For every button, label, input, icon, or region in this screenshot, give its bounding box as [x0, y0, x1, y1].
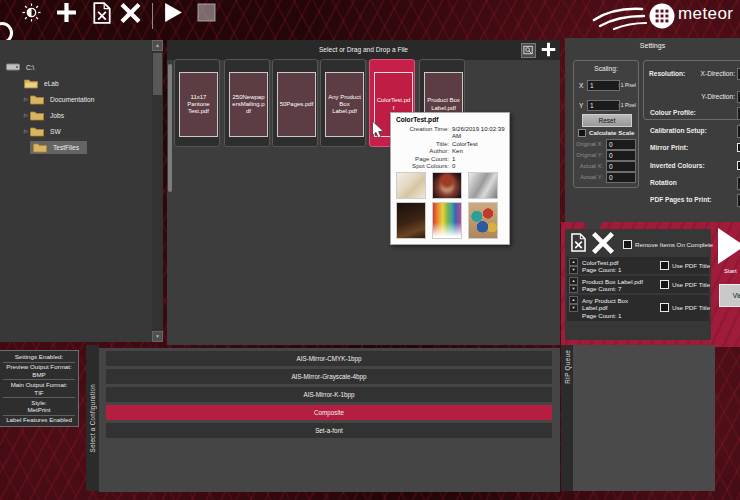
colour-profile-label: Colour Profile:: [650, 109, 696, 116]
configuration-strip-label: Select a Configuration: [89, 384, 96, 453]
view-log-button[interactable]: View Log: [719, 284, 740, 307]
remove-file-icon[interactable]: [93, 2, 111, 24]
folder-icon: [30, 126, 44, 137]
tooltip-row-label: Spot Colours:: [391, 162, 452, 169]
original-y-input[interactable]: 0: [606, 150, 636, 161]
clear-files-icon[interactable]: [120, 3, 141, 23]
spinner-down-icon[interactable]: ▼: [569, 304, 578, 312]
meteor-app-window: meteor ▲ ▼ C:\ eLab ▷ Documentation ▷ Jo…: [0, 0, 740, 500]
tree-item-drive[interactable]: C:\: [0, 60, 156, 74]
spinner-up-icon[interactable]: ▲: [569, 277, 578, 285]
remove-on-complete-label: Remove Items On Complete: [635, 241, 713, 248]
configuration-item[interactable]: AIS-Mirror-CMYK-1bpp: [106, 351, 552, 366]
settings-panel: Settings Scaling: X 1 : 1 Pixel Y 1 : 1 …: [565, 38, 740, 222]
info-row-label: Main Output Format:: [1, 381, 77, 389]
tree-item-sw[interactable]: ▷ SW: [0, 124, 174, 138]
configuration-panel: AIS-Mirror-CMYK-1bpp AIS-Mirror-Grayscal…: [99, 348, 560, 492]
start-play-icon[interactable]: [717, 227, 740, 265]
queue-item-pages: Page Count: 7: [582, 285, 658, 292]
tree-item-jobs[interactable]: ▷ Jobs: [0, 108, 174, 122]
tree-item-documentation[interactable]: ▷ Documentation: [0, 92, 174, 106]
clear-queue-icon[interactable]: [592, 232, 614, 254]
reset-button[interactable]: Reset: [582, 114, 632, 127]
tree-item-elab[interactable]: eLab: [0, 76, 174, 90]
scaling-y-input[interactable]: 1: [587, 100, 620, 111]
rip-queue-panel: [573, 345, 715, 491]
file-panel-scroll-thumb[interactable]: [168, 64, 172, 192]
spinner-down-icon[interactable]: ▼: [569, 285, 578, 293]
use-pdf-title-label: Use PDF Title: [672, 262, 710, 269]
tooltip-row-label: Creation Time:: [391, 125, 452, 140]
divider: [3, 379, 75, 380]
info-row-value: MetPrint: [1, 406, 77, 414]
thumbnail-flowers-photo: [396, 172, 426, 199]
play-icon[interactable]: [163, 2, 184, 23]
configuration-item[interactable]: AIS-Mirror-K-1bpp: [106, 387, 552, 402]
scaling-title: Scaling:: [574, 65, 638, 72]
spinner-up-icon[interactable]: ▲: [569, 258, 578, 266]
configuration-item[interactable]: Set-a-font: [106, 423, 552, 438]
queue-item-name: Product Box Label.pdf: [582, 278, 658, 285]
file-tile[interactable]: Any Product Box Label.pdf: [320, 59, 366, 147]
rip-queue-strip-label: RIP Queue: [564, 350, 571, 384]
remove-file-icon[interactable]: [571, 233, 586, 252]
tree-item-label: SW: [50, 128, 61, 135]
calculate-scale-checkbox[interactable]: [578, 129, 586, 137]
folder-open-icon: [24, 78, 38, 89]
toolbar-divider: [152, 3, 153, 29]
info-title: Settings Enabled:: [1, 353, 77, 361]
settings-title: Settings: [565, 42, 740, 49]
brightness-icon[interactable]: [22, 3, 41, 22]
scaling-x-suffix: : 1 Pixel: [618, 82, 636, 88]
remove-on-complete-checkbox[interactable]: [623, 240, 632, 249]
tooltip-row: Creation Time:9/26/2019 10:02:39 AM: [391, 125, 509, 140]
tooltip-row: Author:Ken: [391, 147, 509, 154]
file-tile-label: 250NewpapersMailing.pdf: [229, 72, 268, 137]
folder-icon: [30, 110, 44, 121]
spinner-down-icon[interactable]: ▼: [569, 266, 578, 274]
file-info-tooltip: ColorTest.pdf Creation Time:9/26/2019 10…: [390, 112, 510, 245]
tooltip-row-value: 9/26/2019 10:02:39 AM: [452, 125, 506, 140]
actual-y-input[interactable]: 0: [606, 172, 636, 183]
queue-item[interactable]: ▲ ▼ ColorTest.pdf Page Count: 1 Use PDF …: [567, 257, 709, 274]
scaling-x-label: X: [579, 82, 583, 89]
original-x-input[interactable]: 0: [606, 139, 636, 150]
add-icon[interactable]: [541, 42, 556, 57]
stop-icon[interactable]: [197, 3, 216, 22]
tooltip-row-label: Title:: [391, 140, 452, 147]
drive-icon: [6, 62, 20, 72]
tooltip-title: ColorTest.pdf: [391, 113, 509, 125]
tooltip-row: Page Count:1: [391, 155, 509, 162]
use-pdf-title-checkbox[interactable]: [660, 280, 669, 289]
thumbnail-group-photo: [468, 202, 498, 239]
file-tile[interactable]: 11x17 Pantone Test.pdf: [174, 59, 220, 147]
configuration-item-selected[interactable]: Composite: [106, 405, 552, 420]
scroll-down-icon[interactable]: ▼: [152, 331, 163, 342]
print-queue-area: Remove Items On Complete ▲ ▼ ColorTest.p…: [561, 222, 740, 347]
use-pdf-title-checkbox[interactable]: [660, 261, 669, 270]
actual-x-input[interactable]: 0: [606, 161, 636, 172]
use-pdf-title-checkbox[interactable]: [660, 303, 669, 312]
queue-item[interactable]: ▲ ▼ Product Box Label.pdf Page Count: 7 …: [567, 276, 709, 293]
preview-icon[interactable]: [521, 43, 536, 58]
tooltip-row-value: 1: [452, 155, 506, 162]
spinner-up-icon[interactable]: ▲: [569, 296, 578, 304]
file-tile[interactable]: 250NewpapersMailing.pdf: [224, 59, 270, 147]
scroll-up-icon[interactable]: ▲: [152, 40, 163, 51]
tooltip-row: Spot Colours:0: [391, 162, 509, 169]
add-file-icon[interactable]: [56, 2, 77, 23]
thumbnail-rainbow-gradient: [432, 202, 462, 239]
use-pdf-title-label: Use PDF Title: [672, 281, 710, 288]
scaling-x-input[interactable]: 1: [587, 80, 620, 91]
tree-item-testfiles[interactable]: · TestFiles: [0, 140, 174, 154]
queue-item[interactable]: ▲ ▼ Any Product Box Label.pdf Page Count…: [567, 295, 709, 321]
tree-item-label: eLab: [44, 80, 59, 87]
tree-item-label: Jobs: [50, 112, 64, 119]
tree-item-label: C:\: [26, 64, 34, 71]
configuration-item[interactable]: AIS-Mirror-Grayscale-4bpp: [106, 369, 552, 384]
file-tile[interactable]: 50Pages.pdf: [272, 59, 318, 147]
y-direction-label: Y-Direction:: [680, 93, 735, 100]
info-row-label: Preview Output Format:: [1, 363, 77, 371]
scaling-group: Scaling: X 1 : 1 Pixel Y 1 : 1 Pixel Res…: [573, 60, 639, 188]
file-tile-label: 50Pages.pdf: [277, 72, 316, 137]
